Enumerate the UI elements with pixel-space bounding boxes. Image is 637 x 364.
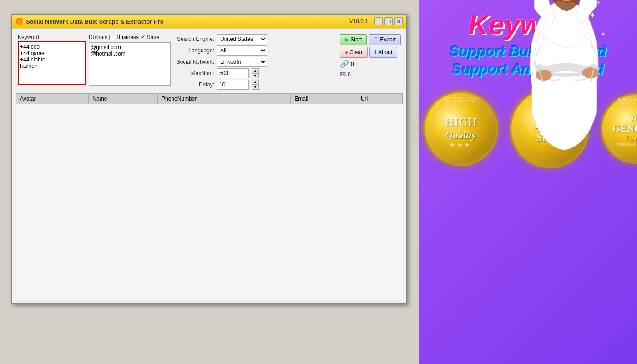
top-action-row: ▶ Start ☐ Export	[340, 34, 401, 45]
keyword-label: Keyword:	[18, 34, 86, 40]
svg-text:✦: ✦	[596, 0, 601, 6]
restore-button[interactable]: ❐	[384, 17, 393, 25]
title-bar-right: V18.0.1 — ❐ ✕	[349, 17, 403, 25]
controls-row: Keyword: +44 ceo +44 game +44 clohte fas…	[16, 32, 403, 91]
col-email: Email	[291, 94, 357, 104]
delay-spinner: ▲ ▼	[252, 80, 259, 90]
social-network-row: Social Network: LinkedIn	[173, 57, 337, 67]
minimize-button[interactable]: —	[374, 17, 383, 25]
domain-input[interactable]: @gmail.com @hotmail.com	[89, 42, 171, 86]
maxnum-row: MaxNum: ▲ ▼	[173, 68, 337, 78]
col-phone: PhoneNumber	[158, 94, 291, 104]
svg-point-11	[582, 67, 599, 78]
table-row	[16, 104, 403, 300]
email-count-value: 0	[348, 71, 351, 78]
version-label: V18.0.1	[349, 18, 368, 25]
search-params: Search Engine: United States Language: A…	[173, 34, 337, 90]
start-label: Start	[350, 36, 362, 43]
character-figure: ✦ ✦ ✦	[500, 0, 628, 168]
export-icon: ☐	[374, 36, 379, 43]
about-button[interactable]: ℹ About	[369, 47, 397, 58]
about-label: About	[378, 49, 392, 56]
business-label: Business	[116, 34, 139, 40]
badge3-the: The	[631, 115, 637, 123]
col-url: Url	[357, 94, 402, 104]
col-name: Name	[89, 94, 158, 104]
start-button[interactable]: ▶ Start	[340, 34, 367, 45]
clear-icon: ●	[345, 49, 348, 56]
delay-input[interactable]	[217, 80, 249, 90]
window-content: Keyword: +44 ceo +44 game +44 clohte fas…	[12, 29, 406, 303]
delay-up[interactable]: ▲	[252, 80, 259, 85]
svg-point-10	[536, 70, 552, 81]
title-bar: 🔶 Social Network Data Bulk Scrape & Extr…	[12, 15, 406, 29]
export-label: Export	[380, 36, 396, 43]
maxnum-label: MaxNum:	[173, 70, 214, 76]
language-row: Language: All	[173, 46, 337, 56]
title-bar-left: 🔶 Social Network Data Bulk Scrape & Extr…	[16, 18, 164, 25]
domain-section: Domain Business ✔ Save @gmail.com @hotma…	[89, 34, 171, 86]
domain-label: Domain	[89, 34, 107, 40]
business-checkbox[interactable]	[109, 35, 115, 40]
business-checkbox-item: Business	[109, 34, 139, 40]
email-count-row: ✉ 0	[340, 70, 401, 79]
language-label: Language:	[173, 47, 214, 54]
maxnum-spinner: ▲ ▼	[252, 68, 259, 78]
svg-text:✦: ✦	[589, 11, 596, 20]
keyword-input[interactable]: +44 ceo +44 game +44 clohte fashion	[18, 41, 86, 85]
app-icon: 🔶	[16, 18, 23, 25]
app-window: 🔶 Social Network Data Bulk Scrape & Extr…	[11, 14, 407, 304]
delay-row: Delay: ▲ ▼	[173, 80, 337, 90]
search-engine-row: Search Engine: United States	[173, 34, 337, 44]
left-panel: 🔶 Social Network Data Bulk Scrape & Extr…	[0, 0, 419, 364]
save-button[interactable]: ✔ Save	[141, 34, 159, 40]
search-engine-select[interactable]: United States	[217, 34, 267, 44]
clear-label: Clear	[349, 49, 363, 56]
export-button[interactable]: ☐ Export	[369, 34, 401, 45]
language-select[interactable]: All	[217, 46, 267, 56]
link-count-row: 🔗 0	[340, 60, 401, 68]
maxnum-input[interactable]	[217, 68, 249, 78]
bottom-action-row: ● Clear ℹ About	[340, 47, 401, 58]
close-button[interactable]: ✕	[394, 17, 403, 25]
keyword-section: Keyword: +44 ceo +44 game +44 clohte fas…	[18, 34, 86, 85]
clear-button[interactable]: ● Clear	[340, 47, 368, 58]
data-table: Avatar Name PhoneNumber Email Url	[16, 93, 403, 300]
right-panel: Keyword Support Bulk Keyword Support Any…	[419, 0, 637, 364]
start-play-icon: ▶	[345, 36, 349, 43]
action-buttons: ▶ Start ☐ Export ● Clear	[340, 34, 401, 79]
svg-text:✦: ✦	[601, 30, 606, 38]
maxnum-down[interactable]: ▼	[252, 73, 259, 78]
bottom-content: SATISFACTION & GUARANTEED HIGH Quality ★…	[423, 82, 632, 168]
email-icon: ✉	[340, 70, 346, 79]
delay-down[interactable]: ▼	[252, 85, 259, 90]
badge-high-quality: SATISFACTION & GUARANTEED HIGH Quality ★…	[423, 91, 498, 166]
social-network-select[interactable]: LinkedIn	[217, 57, 267, 67]
badge1-arc-text: SATISFACTION & GUARANTEED	[425, 96, 496, 103]
col-avatar: Avatar	[16, 94, 89, 104]
app-title: Social Network Data Bulk Scrape & Extrac…	[26, 18, 164, 25]
search-engine-label: Search Engine:	[173, 36, 214, 42]
domain-controls: Domain Business ✔ Save	[89, 34, 171, 40]
social-network-label: Social Network:	[173, 59, 214, 65]
maxnum-up[interactable]: ▲	[252, 68, 259, 73]
delay-label: Delay:	[173, 81, 214, 88]
about-icon: ℹ	[374, 49, 377, 56]
link-icon: 🔗	[340, 60, 349, 68]
link-count-value: 0	[351, 61, 354, 67]
